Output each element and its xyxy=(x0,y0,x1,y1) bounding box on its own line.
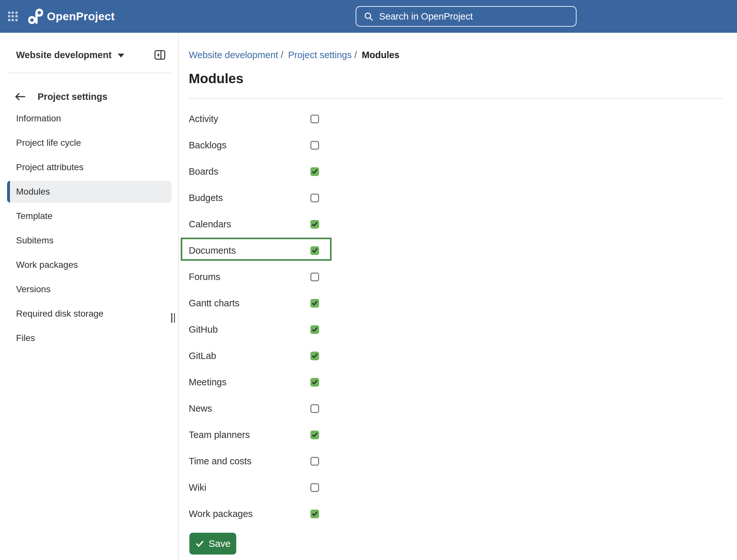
sidebar-item-template[interactable]: Template xyxy=(7,204,172,228)
module-checkbox[interactable] xyxy=(311,325,319,334)
sidebar-item-label: Information xyxy=(16,113,61,124)
module-row-gantt-charts: Gantt charts xyxy=(189,290,513,316)
sidebar-item-label: Work packages xyxy=(16,260,78,270)
module-checkbox[interactable] xyxy=(311,273,319,281)
module-label: Gantt charts xyxy=(189,298,311,309)
module-label: Activity xyxy=(189,114,311,124)
page-title: Modules xyxy=(189,71,243,87)
sidebar-divider xyxy=(7,73,171,73)
sidebar-resize-handle[interactable] xyxy=(171,313,175,323)
module-label: Forums xyxy=(189,272,311,282)
main-content: Website development / Project settings /… xyxy=(180,33,737,560)
module-checkbox[interactable] xyxy=(311,378,319,387)
module-checkbox[interactable] xyxy=(311,510,319,518)
grid-menu-icon[interactable] xyxy=(8,12,18,21)
module-label: Meetings xyxy=(189,377,311,388)
openproject-logo-mark xyxy=(28,8,43,25)
sidebar-item-label: Files xyxy=(16,333,35,343)
sidebar-item-information[interactable]: Information xyxy=(7,106,172,131)
breadcrumb-segment: Modules xyxy=(362,49,399,60)
breadcrumb-segment: Website development / xyxy=(189,49,283,60)
app-window: OpenProject Search in OpenProject Websit… xyxy=(0,0,737,560)
sidebar-item-label: Project attributes xyxy=(16,162,83,172)
module-row-work-packages: Work packages xyxy=(189,501,513,527)
back-arrow-icon[interactable] xyxy=(14,92,26,101)
module-label: Calendars xyxy=(189,219,311,230)
sidebar: Website development Project settings xyxy=(0,33,179,560)
title-divider xyxy=(189,98,723,99)
breadcrumb-separator: / xyxy=(281,50,283,60)
module-checkbox[interactable] xyxy=(311,457,319,466)
module-row-boards: Boards xyxy=(189,158,513,185)
breadcrumb-segment: Project settings / xyxy=(288,49,357,60)
breadcrumb-link[interactable]: Project settings xyxy=(288,50,352,60)
module-checkbox[interactable] xyxy=(311,431,319,439)
module-label: Wiki xyxy=(189,482,311,493)
sidebar-item-work-packages[interactable]: Work packages xyxy=(7,253,172,277)
module-label: Documents xyxy=(189,245,311,256)
breadcrumb-link[interactable]: Website development xyxy=(189,50,278,60)
module-row-forums: Forums xyxy=(189,264,513,290)
module-checkbox[interactable] xyxy=(311,404,319,413)
module-list: Activity Backlogs Boards Budgets xyxy=(189,106,513,527)
sidebar-collapse-button[interactable] xyxy=(154,49,166,61)
module-checkbox[interactable] xyxy=(311,246,319,255)
module-checkbox[interactable] xyxy=(311,352,319,360)
openproject-logo[interactable]: OpenProject xyxy=(28,8,115,25)
project-selector-row: Website development xyxy=(0,45,178,65)
global-search-input[interactable]: Search in OpenProject xyxy=(356,6,576,27)
module-label: News xyxy=(189,403,311,414)
sidebar-item-versions[interactable]: Versions xyxy=(7,277,172,302)
module-label: Backlogs xyxy=(189,140,311,151)
module-row-time-and-costs: Time and costs xyxy=(189,448,513,474)
module-label: Team planners xyxy=(189,430,311,440)
app-header: OpenProject Search in OpenProject xyxy=(0,0,737,33)
module-checkbox[interactable] xyxy=(311,115,319,123)
sidebar-item-subitems[interactable]: Subitems xyxy=(7,228,172,253)
sidebar-item-label: Modules xyxy=(16,187,50,197)
module-label: Budgets xyxy=(189,193,311,203)
module-checkbox[interactable] xyxy=(311,167,319,176)
project-settings-title: Project settings xyxy=(38,92,108,102)
logo-text: OpenProject xyxy=(47,10,115,23)
module-checkbox[interactable] xyxy=(311,194,319,202)
sidebar-item-label: Versions xyxy=(16,284,50,294)
sidebar-item-label: Project life cycle xyxy=(16,138,81,148)
breadcrumb-link: Modules xyxy=(362,50,399,60)
sidebar-item-modules[interactable]: Modules xyxy=(7,181,172,203)
module-row-meetings: Meetings xyxy=(189,369,513,395)
sidebar-item-required-disk-storage[interactable]: Required disk storage xyxy=(7,302,172,326)
module-row-wiki: Wiki xyxy=(189,474,513,501)
module-checkbox[interactable] xyxy=(311,299,319,308)
module-label: Work packages xyxy=(189,509,311,519)
check-icon xyxy=(195,539,204,548)
collapse-panel-icon xyxy=(154,49,166,61)
sidebar-item-project-attributes[interactable]: Project attributes xyxy=(7,155,172,179)
chevron-down-icon xyxy=(118,54,124,57)
sidebar-item-project-life-cycle[interactable]: Project life cycle xyxy=(7,131,172,155)
module-row-team-planners: Team planners xyxy=(189,422,513,448)
module-checkbox[interactable] xyxy=(311,483,319,492)
module-checkbox[interactable] xyxy=(311,141,319,150)
sidebar-item-label: Subitems xyxy=(16,235,54,246)
module-label: GitHub xyxy=(189,324,311,335)
breadcrumb: Website development / Project settings /… xyxy=(189,49,399,60)
module-label: Time and costs xyxy=(189,456,311,467)
module-row-activity: Activity xyxy=(189,106,513,132)
module-row-calendars: Calendars xyxy=(189,211,513,237)
module-row-github: GitHub xyxy=(189,316,513,343)
module-row-backlogs: Backlogs xyxy=(189,132,513,158)
module-checkbox[interactable] xyxy=(311,220,319,229)
project-settings-header: Project settings xyxy=(0,87,178,106)
sidebar-item-files[interactable]: Files xyxy=(7,326,172,350)
save-button[interactable]: Save xyxy=(189,533,236,555)
module-label: GitLab xyxy=(189,351,311,361)
module-row-gitlab: GitLab xyxy=(189,343,513,369)
module-row-budgets: Budgets xyxy=(189,185,513,211)
search-icon xyxy=(364,11,373,22)
module-label: Boards xyxy=(189,166,311,177)
project-name: Website development xyxy=(16,50,112,60)
breadcrumb-separator: / xyxy=(355,50,357,60)
project-selector[interactable]: Website development xyxy=(16,50,124,60)
save-button-label: Save xyxy=(209,538,231,549)
